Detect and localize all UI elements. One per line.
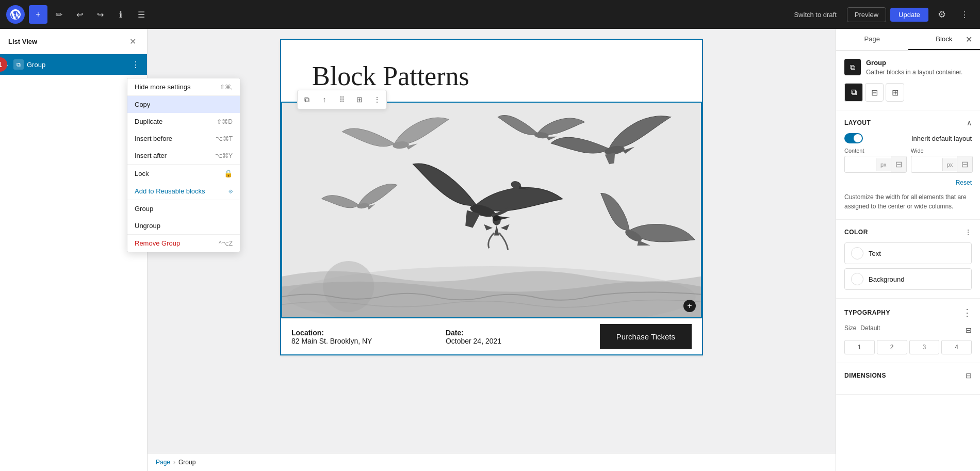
event-info-bar: Location: 82 Main St. Brooklyn, NY Date:… xyxy=(281,318,702,354)
copy-label: Copy xyxy=(135,101,150,108)
right-panel-tabs: Page Block ✕ xyxy=(836,29,980,51)
group-menu-item[interactable]: Group xyxy=(127,200,240,217)
ungroup-label: Ungroup xyxy=(135,222,160,230)
layout-group-button[interactable]: ⧉ xyxy=(844,83,863,102)
block-type-button[interactable]: ⧉ xyxy=(299,91,315,108)
dimensions-more-button[interactable]: ⊟ xyxy=(966,371,972,380)
update-button[interactable]: Update xyxy=(890,8,928,22)
svg-point-10 xyxy=(493,215,501,225)
group-list-item[interactable]: 1 ▶ ⧉ Group ⋮ xyxy=(0,54,147,75)
size-default-label: Default xyxy=(860,324,880,332)
redo-button[interactable]: ↪ xyxy=(91,5,109,24)
content-width-input[interactable] xyxy=(845,157,876,171)
text-color-option[interactable]: Text xyxy=(844,242,972,264)
settings-gear-button[interactable]: ⚙ xyxy=(933,5,951,24)
reset-button[interactable]: Reset xyxy=(844,177,972,188)
featured-image[interactable]: + xyxy=(281,102,702,318)
group-block-panel-icon: ⧉ xyxy=(844,59,861,75)
lock-menu-item[interactable]: Lock 🔒 xyxy=(127,165,240,182)
top-bar-right: Switch to draft Preview Update ⚙ ⋮ xyxy=(788,5,974,24)
list-view-header: List View ✕ xyxy=(0,29,147,54)
dimensions-header: Dimensions ⊟ xyxy=(844,371,972,380)
hide-settings-label: Hide more settings xyxy=(135,83,190,91)
wide-width-input[interactable] xyxy=(911,157,942,171)
add-block-inline-button[interactable]: + xyxy=(683,300,696,312)
group-block-info-section: ⧉ Group Gather blocks in a layout contai… xyxy=(836,51,980,110)
add-block-button[interactable]: + xyxy=(29,5,47,24)
wide-width-unit[interactable]: px xyxy=(942,158,957,171)
close-list-view-button[interactable]: ✕ xyxy=(126,35,139,47)
context-menu: Hide more settings ⇧⌘, Copy Duplicate ⇧⌘… xyxy=(127,78,240,252)
group-more-button[interactable]: ⋮ xyxy=(128,57,143,72)
editor-main: ⧉ ↑ ⠿ ⊞ ⋮ Block Patterns xyxy=(148,29,836,471)
background-color-option[interactable]: Background xyxy=(844,268,972,290)
copy-menu-item[interactable]: Copy xyxy=(127,96,240,113)
menu-section-group: Group Ungroup xyxy=(127,200,240,235)
background-color-circle xyxy=(851,273,863,285)
hide-settings-menu-item[interactable]: Hide more settings ⇧⌘, xyxy=(127,78,240,95)
switch-draft-button[interactable]: Switch to draft xyxy=(788,8,842,22)
wp-logo-icon xyxy=(10,9,21,20)
insert-after-menu-item[interactable]: Insert after ⌥⌘Y xyxy=(127,147,240,164)
drag-button[interactable]: ⠿ xyxy=(334,91,350,108)
layout-collapse-button[interactable]: ∧ xyxy=(967,119,972,127)
inherit-layout-toggle[interactable] xyxy=(844,133,863,143)
size-2-button[interactable]: 2 xyxy=(877,340,907,354)
editor-scroll: Block Patterns xyxy=(148,29,836,453)
more-block-options[interactable]: ⋮ xyxy=(369,91,385,108)
remove-group-menu-item[interactable]: Remove Group ^⌥Z xyxy=(127,235,240,252)
content-width-align[interactable]: ⊟ xyxy=(891,156,906,172)
size-settings-button[interactable]: ⊟ xyxy=(966,326,972,334)
size-row: 1 2 3 4 xyxy=(844,340,972,354)
more-options-button[interactable]: ⋮ xyxy=(955,5,974,24)
content-width-label: Content xyxy=(844,148,907,154)
layout-stack-button[interactable]: ⊞ xyxy=(886,83,904,102)
close-right-panel-button[interactable]: ✕ xyxy=(961,33,976,47)
insert-before-menu-item[interactable]: Insert before ⌥⌘T xyxy=(127,130,240,147)
location-label: Location: xyxy=(291,329,446,337)
breadcrumb-separator: › xyxy=(173,459,175,466)
remove-group-shortcut: ^⌥Z xyxy=(219,240,233,247)
size-3-button[interactable]: 3 xyxy=(909,340,940,354)
breadcrumb-page[interactable]: Page xyxy=(156,459,170,466)
typography-more-button[interactable]: ⋮ xyxy=(962,307,972,318)
purchase-tickets-button[interactable]: Purchase Tickets xyxy=(600,324,692,349)
toggle-knob xyxy=(854,134,862,142)
lock-label: Lock xyxy=(135,170,149,177)
edit-tool-button[interactable]: ✏ xyxy=(50,5,68,24)
list-view-panel: List View ✕ 1 ▶ ⧉ Group ⋮ Hide more sett… xyxy=(0,29,148,471)
right-panel: Page Block ✕ ⧉ Group Gather blocks in a … xyxy=(836,29,980,471)
layout-section-title: Layout xyxy=(844,119,871,126)
inherit-layout-row: Inherit default layout xyxy=(844,133,972,143)
preview-button[interactable]: Preview xyxy=(847,7,886,22)
page-tab[interactable]: Page xyxy=(836,29,908,50)
typography-section: Typography ⋮ Size Default ⊟ 1 2 3 4 xyxy=(836,299,980,363)
list-view-toggle-button[interactable]: ☰ xyxy=(132,5,151,24)
menu-section-copy: Copy Duplicate ⇧⌘D Insert before ⌥⌘T Ins… xyxy=(127,96,240,165)
event-location: Location: 82 Main St. Brooklyn, NY xyxy=(291,329,446,345)
duplicate-label: Duplicate xyxy=(135,118,162,125)
add-reusable-menu-item[interactable]: Add to Reusable blocks ⟐ xyxy=(127,182,240,200)
background-color-label: Background xyxy=(869,275,904,283)
layout-section: Layout ∧ Inherit default layout Content … xyxy=(836,110,980,220)
reusable-icon: ⟐ xyxy=(228,187,233,195)
color-options: Text Background xyxy=(844,242,972,290)
wide-width-align[interactable]: ⊟ xyxy=(957,156,972,172)
move-up-button[interactable]: ↑ xyxy=(316,91,333,108)
info-button[interactable]: ℹ xyxy=(111,5,130,24)
size-4-button[interactable]: 4 xyxy=(941,340,972,354)
text-color-label: Text xyxy=(869,250,881,257)
list-view-title: List View xyxy=(8,38,37,45)
color-more-button[interactable]: ⋮ xyxy=(965,228,972,236)
undo-button[interactable]: ↩ xyxy=(70,5,89,24)
align-button[interactable]: ⊞ xyxy=(351,91,368,108)
content-width-unit[interactable]: px xyxy=(876,158,891,171)
group-row-content: ▶ ⧉ Group xyxy=(4,59,128,70)
ungroup-menu-item[interactable]: Ungroup xyxy=(127,217,240,234)
content-width-group: Content px ⊟ xyxy=(844,148,907,173)
duplicate-menu-item[interactable]: Duplicate ⇧⌘D xyxy=(127,113,240,130)
wordpress-logo[interactable] xyxy=(6,5,25,24)
wide-width-label: Wide xyxy=(911,148,973,154)
size-1-button[interactable]: 1 xyxy=(844,340,875,354)
layout-row-button[interactable]: ⊟ xyxy=(865,83,884,102)
